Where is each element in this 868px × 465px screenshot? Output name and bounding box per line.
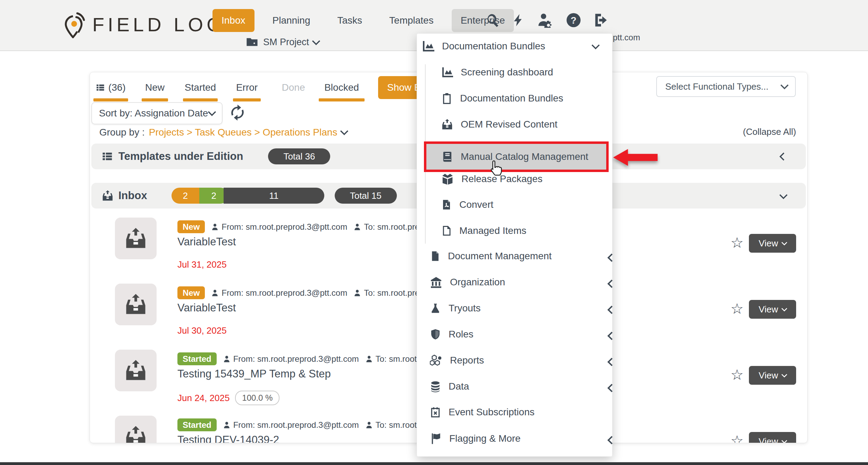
help-icon[interactable] xyxy=(566,13,581,28)
status-badge: New xyxy=(177,286,205,299)
menu-item-managed-items[interactable]: Managed Items xyxy=(441,225,526,237)
folder-gear-icon xyxy=(245,36,259,48)
person-icon xyxy=(223,421,231,429)
hand-cursor-icon xyxy=(488,160,504,176)
menu-item-document-management[interactable]: Document Management xyxy=(430,250,607,262)
menu-item-manual-catalog-management[interactable]: Manual Catalog Management xyxy=(441,150,588,163)
calendar-x-icon xyxy=(430,406,441,418)
tab-started[interactable]: Started xyxy=(183,78,218,97)
book-icon xyxy=(441,150,453,163)
group-by-label: Group by : xyxy=(99,127,145,138)
status-count-bar: 2 2 11 xyxy=(172,188,324,204)
group-by-path[interactable]: Projects > Task Queues > Operations Plan… xyxy=(149,127,337,138)
chevron-down-icon xyxy=(208,108,216,116)
project-selector[interactable]: SM Project xyxy=(245,36,319,48)
person-icon xyxy=(211,289,219,297)
count-other-badge: 11 xyxy=(224,188,324,204)
favorite-star-icon[interactable]: ☆ xyxy=(731,236,744,250)
item-from: From: sm.root.preprod.3@ptt.com xyxy=(222,288,347,298)
nav-item-tasks[interactable]: Tasks xyxy=(328,9,371,32)
status-badge: Started xyxy=(177,418,217,431)
chevron-down-icon xyxy=(312,37,320,45)
item-title[interactable]: Testing DEV-14039-2 xyxy=(177,434,279,443)
chart-area-icon xyxy=(441,66,453,78)
item-title[interactable]: VariableTest xyxy=(177,236,236,248)
enterprise-menu: Documentation Bundles Screening dashboar… xyxy=(417,33,612,457)
tab-all-count[interactable]: (36) xyxy=(93,78,128,97)
chart-area-icon xyxy=(422,40,434,52)
chevron-down-icon xyxy=(781,438,787,443)
person-icon xyxy=(223,355,231,363)
item-title[interactable]: VariableTest xyxy=(177,302,236,314)
favorite-star-icon[interactable]: ☆ xyxy=(731,368,744,382)
person-icon xyxy=(353,289,361,297)
logout-icon[interactable] xyxy=(593,13,609,28)
menu-item-roles[interactable]: Roles xyxy=(430,328,607,341)
tab-new[interactable]: New xyxy=(142,78,168,97)
menu-item-organization[interactable]: Organization xyxy=(430,276,607,288)
database-icon xyxy=(430,380,441,393)
project-label: SM Project xyxy=(263,37,309,48)
menu-item-reports[interactable]: Reports xyxy=(430,354,607,367)
functional-types-select[interactable]: Select Functional Types... xyxy=(656,76,796,97)
menu-item-screening-dashboard[interactable]: Screening dashboard xyxy=(441,66,553,78)
person-icon xyxy=(211,223,219,231)
count-new-badge: 2 xyxy=(172,188,199,204)
tab-error[interactable]: Error xyxy=(233,78,261,97)
progress-badge: 100.0 % xyxy=(235,391,279,405)
person-icon xyxy=(365,355,373,363)
tab-blocked[interactable]: Blocked xyxy=(319,78,365,97)
view-button[interactable]: View xyxy=(749,432,796,443)
menu-item-documentation-bundles[interactable]: Documentation Bundles xyxy=(441,92,563,104)
bolt-icon[interactable] xyxy=(512,13,525,27)
clipboard-icon xyxy=(441,92,452,104)
item-from: From: sm.root.preprod.3@ptt.com xyxy=(233,354,359,364)
view-button[interactable]: View xyxy=(749,234,796,253)
favorite-star-icon[interactable]: ☆ xyxy=(731,434,744,443)
menu-item-oem-revised-content[interactable]: OEM Revised Content xyxy=(441,119,558,130)
view-button[interactable]: View xyxy=(749,366,796,385)
item-thumbnail[interactable] xyxy=(115,416,157,443)
item-thumbnail[interactable] xyxy=(115,218,157,259)
sort-by-select[interactable]: Sort by: Assignation Date xyxy=(91,102,223,124)
file-icon xyxy=(441,225,452,237)
menu-item-convert[interactable]: Convert xyxy=(441,198,493,211)
item-thumbnail[interactable] xyxy=(115,350,157,391)
chevron-down-icon[interactable] xyxy=(779,191,787,199)
annotation-arrow-icon xyxy=(612,147,658,168)
menu-item-documentation-bundles-parent[interactable]: Documentation Bundles xyxy=(422,40,607,52)
item-from: From: sm.root.preprod.3@ptt.com xyxy=(233,420,359,430)
user-settings-icon[interactable] xyxy=(537,13,554,28)
cubes-icon xyxy=(430,354,442,367)
search-icon[interactable] xyxy=(485,13,500,27)
inbox-download-icon xyxy=(124,359,147,382)
chevron-down-icon xyxy=(781,240,787,246)
collapse-all-link[interactable]: (Collapse All) xyxy=(743,127,796,137)
nav-item-planning[interactable]: Planning xyxy=(264,9,319,32)
view-button[interactable]: View xyxy=(749,300,796,319)
flag-icon xyxy=(430,432,442,445)
menu-item-flagging-and-more[interactable]: Flagging & More xyxy=(430,432,607,445)
item-title[interactable]: Testing 15439_MP Temp & Step xyxy=(177,368,331,380)
chevron-down-icon xyxy=(781,306,787,312)
chevron-left-icon[interactable] xyxy=(779,152,787,161)
chevron-down-icon[interactable] xyxy=(340,127,349,135)
menu-item-tryouts[interactable]: Tryouts xyxy=(430,302,607,315)
nav-item-inbox[interactable]: Inbox xyxy=(212,9,254,32)
shield-icon xyxy=(430,328,441,341)
menu-item-event-subscriptions[interactable]: Event Subscriptions xyxy=(430,406,607,418)
nav-item-templates[interactable]: Templates xyxy=(380,9,443,32)
list-icon xyxy=(102,151,113,162)
refresh-icon[interactable] xyxy=(229,104,246,122)
menu-item-data[interactable]: Data xyxy=(430,380,607,393)
section-title: Templates under Edition xyxy=(118,150,243,163)
tab-done[interactable]: Done xyxy=(279,78,308,97)
item-thumbnail[interactable] xyxy=(115,284,157,325)
bank-icon xyxy=(430,276,442,288)
total-badge: Total 36 xyxy=(268,148,330,164)
inbox-download-icon xyxy=(124,293,147,316)
chevron-down-icon xyxy=(780,81,788,89)
chevron-down-icon xyxy=(781,372,787,378)
item-date: Jun 24, 2025 xyxy=(177,393,229,403)
favorite-star-icon[interactable]: ☆ xyxy=(731,302,744,316)
